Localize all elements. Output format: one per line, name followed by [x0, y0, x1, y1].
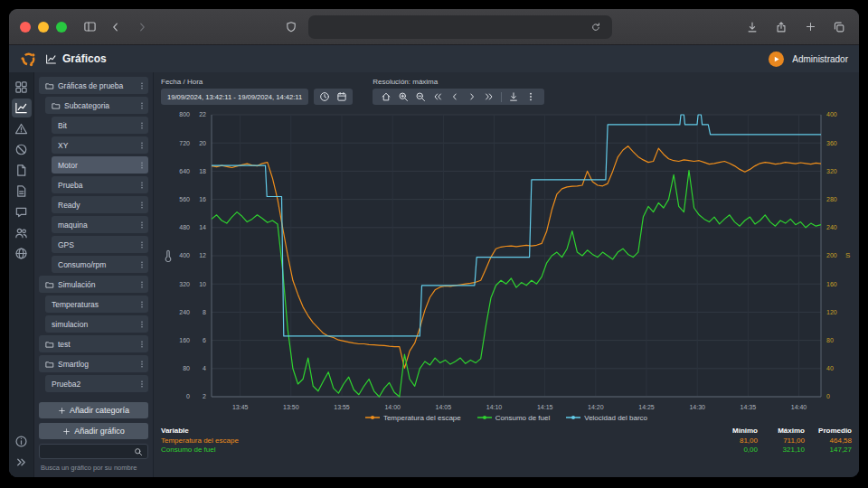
- kebab-menu-icon[interactable]: [137, 240, 146, 249]
- kebab-menu-icon[interactable]: [137, 340, 146, 349]
- kebab-menu-icon[interactable]: [137, 121, 146, 130]
- apps-grid-icon: [14, 80, 28, 94]
- sidebar-item-prueba2[interactable]: Prueba2: [45, 375, 148, 392]
- rail-file-icon[interactable]: [12, 161, 32, 180]
- tab-overview-icon[interactable]: [830, 18, 848, 36]
- browser-window: Gráficos Administrador Gráficas de prueb…: [9, 9, 859, 477]
- sidebar-item-ready[interactable]: Ready: [52, 196, 148, 213]
- kebab-menu-icon[interactable]: [137, 101, 146, 110]
- sidebar-item-label: maquina: [58, 221, 134, 230]
- stats-header-avg: Promedio: [805, 427, 852, 435]
- icon-rail-top: [12, 78, 32, 263]
- rail-info-icon[interactable]: [12, 432, 32, 451]
- kebab-menu-icon[interactable]: [137, 141, 146, 150]
- calendar-icon[interactable]: [336, 91, 347, 102]
- sidebar-item-smartlog[interactable]: Smartlog: [39, 355, 148, 372]
- search-input[interactable]: [44, 447, 130, 456]
- date-range-button[interactable]: 19/09/2024, 13:42:11 - 19/09/2024, 14:42…: [161, 89, 308, 105]
- zoom-in-icon[interactable]: [398, 91, 409, 102]
- add-chart-label: Añadir gráfico: [74, 427, 125, 436]
- stats-cell-min: 81,00: [711, 436, 758, 445]
- chart-canvas[interactable]: 0208044016068024081203201016040012200480…: [161, 109, 852, 411]
- file-icon: [14, 164, 28, 177]
- back-button[interactable]: [107, 18, 125, 36]
- app-logo-icon[interactable]: [20, 51, 37, 68]
- search-icon[interactable]: [134, 447, 143, 456]
- resolution-label: Resolución: máxima: [373, 78, 544, 86]
- sidebar-item-gps[interactable]: GPS: [52, 236, 148, 253]
- kebab-menu-icon[interactable]: [137, 221, 146, 230]
- date-picker-icons: [314, 89, 353, 105]
- share-icon[interactable]: [772, 18, 790, 36]
- sidebar-item-test[interactable]: test: [39, 335, 148, 352]
- sidebar-item-bit[interactable]: Bit: [52, 117, 148, 134]
- step-back-icon[interactable]: [449, 91, 460, 102]
- kebab-menu-icon[interactable]: [525, 91, 536, 102]
- address-bar[interactable]: [308, 15, 612, 39]
- sidebar-item-label: XY: [58, 141, 134, 150]
- rail-warning-icon[interactable]: [12, 119, 32, 138]
- rail-slash-circle-icon[interactable]: [12, 140, 32, 159]
- user-avatar[interactable]: [769, 52, 784, 67]
- home-icon[interactable]: [381, 91, 392, 102]
- jump-end-icon[interactable]: [484, 91, 495, 102]
- sidebar-item-prueba[interactable]: Prueba: [52, 176, 148, 193]
- kebab-menu-icon[interactable]: [137, 181, 146, 190]
- folder-icon: [45, 360, 54, 369]
- step-forward-icon[interactable]: [467, 91, 477, 102]
- rail-double-chevron-right-icon[interactable]: [12, 453, 32, 472]
- stats-header-variable: Variable: [161, 427, 711, 435]
- user-name[interactable]: Administrador: [792, 54, 848, 64]
- legend-item-consumo-de-fuel[interactable]: Consumo de fuel: [477, 414, 550, 422]
- svg-text:18: 18: [199, 168, 206, 174]
- sidebar-item-label: simulacion: [52, 320, 134, 329]
- reload-icon[interactable]: [587, 18, 605, 36]
- folder-icon: [45, 340, 54, 349]
- legend-item-velocidad-del-barco[interactable]: Velocidad del barco: [566, 414, 647, 422]
- add-category-button[interactable]: Añadir categoría: [39, 402, 148, 418]
- download-icon[interactable]: [508, 91, 519, 102]
- sidebar-item-label: Motor: [58, 161, 134, 170]
- kebab-menu-icon[interactable]: [137, 280, 146, 289]
- svg-text:20: 20: [199, 140, 206, 146]
- rail-report-icon[interactable]: [12, 182, 32, 201]
- kebab-menu-icon[interactable]: [137, 300, 146, 309]
- rail-users-icon[interactable]: [12, 223, 32, 242]
- downloads-icon[interactable]: [743, 18, 761, 36]
- rail-chart-line-icon[interactable]: [12, 99, 32, 117]
- rail-chat-icon[interactable]: [12, 202, 32, 221]
- sidebar-item-temperaturas[interactable]: Temperaturas: [45, 296, 148, 313]
- chrome-actions: [743, 18, 848, 36]
- sidebar-item-simulacion[interactable]: Simulación: [39, 276, 148, 293]
- screen: Gráficos Administrador Gráficas de prueb…: [0, 0, 868, 488]
- sidebar-item-subcategoria[interactable]: Subcategoria: [45, 97, 148, 114]
- sidebar-item-xy[interactable]: XY: [52, 136, 148, 154]
- svg-text:14: 14: [199, 224, 206, 230]
- jump-start-icon[interactable]: [432, 91, 443, 102]
- sidebar-toggle-icon[interactable]: [80, 18, 99, 36]
- zoom-out-icon[interactable]: [415, 91, 426, 102]
- legend-item-temperatura-del-escape[interactable]: Temperatura del escape: [365, 414, 461, 422]
- add-chart-button[interactable]: Añadir gráfico: [39, 423, 148, 439]
- kebab-menu-icon[interactable]: [137, 320, 146, 329]
- sidebar-item-motor[interactable]: Motor: [52, 156, 148, 174]
- kebab-menu-icon[interactable]: [137, 161, 146, 170]
- kebab-menu-icon[interactable]: [137, 201, 146, 210]
- sidebar-item-simulacion[interactable]: simulacion: [45, 315, 148, 333]
- clock-icon[interactable]: [319, 91, 330, 102]
- zoom-window-button[interactable]: [56, 22, 67, 33]
- shield-icon[interactable]: [282, 18, 300, 36]
- forward-button[interactable]: [133, 18, 151, 36]
- kebab-menu-icon[interactable]: [137, 380, 146, 389]
- sidebar-item-maquina[interactable]: maquina: [52, 216, 148, 233]
- sidebar-item-graficas-de-prueba[interactable]: Gráficas de prueba: [39, 77, 148, 94]
- minimize-window-button[interactable]: [38, 22, 49, 33]
- new-tab-icon[interactable]: [801, 18, 819, 36]
- kebab-menu-icon[interactable]: [137, 360, 146, 369]
- close-window-button[interactable]: [20, 22, 31, 33]
- kebab-menu-icon[interactable]: [137, 260, 146, 269]
- rail-globe-icon[interactable]: [12, 244, 32, 263]
- rail-apps-grid-icon[interactable]: [12, 78, 32, 97]
- kebab-menu-icon[interactable]: [137, 81, 146, 90]
- sidebar-item-consumo-rpm[interactable]: Consumo/rpm: [52, 256, 148, 273]
